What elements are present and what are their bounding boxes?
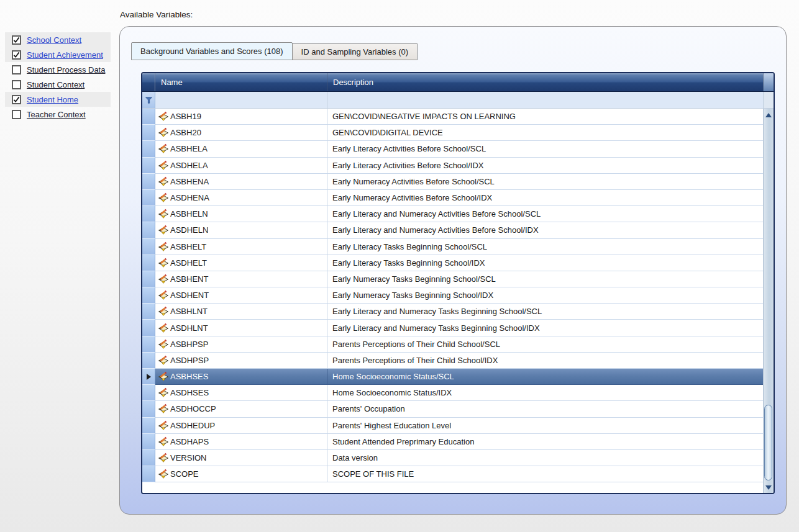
tab-background-variables-and-scores[interactable]: Background Variables and Scores (108) <box>131 42 293 60</box>
variable-description-cell[interactable]: Parents' Highest Education Level <box>327 418 763 434</box>
filter-button[interactable] <box>142 92 155 108</box>
variable-description-cell[interactable]: Student Attended Preprimary Education <box>327 434 763 450</box>
variable-name-cell[interactable]: ASBHELN <box>155 206 327 222</box>
table-row[interactable]: ASDHLNTEarly Literacy and Numeracy Tasks… <box>142 320 763 336</box>
scroll-thumb[interactable] <box>764 405 772 480</box>
variable-description-cell[interactable]: Early Literacy Tasks Beginning School/SC… <box>327 239 763 255</box>
variable-description-cell[interactable]: Early Literacy Activities Before School/… <box>327 158 763 174</box>
table-row[interactable]: ASDHOCCPParents' Occupation <box>142 401 763 417</box>
category-checkbox[interactable] <box>12 65 21 74</box>
variable-description-cell[interactable]: Early Literacy and Numeracy Activities B… <box>327 222 763 238</box>
table-row[interactable]: ASBHPSPParents Perceptions of Their Chil… <box>142 336 763 353</box>
variable-name: ASDHELN <box>170 225 208 235</box>
variable-name-cell[interactable]: ASDHENA <box>155 190 327 206</box>
sidebar-item-student-home[interactable]: Student Home <box>5 92 111 107</box>
category-link[interactable]: Student Home <box>27 95 78 104</box>
table-row[interactable]: ASDHELNEarly Literacy and Numeracy Activ… <box>142 222 763 238</box>
table-row[interactable]: ASBHELAEarly Literacy Activities Before … <box>142 141 763 157</box>
variable-description-cell[interactable]: Early Numeracy Tasks Beginning School/ID… <box>327 287 763 304</box>
table-row[interactable]: ASBHLNTEarly Literacy and Numeracy Tasks… <box>142 304 763 320</box>
vertical-scrollbar[interactable] <box>763 109 774 493</box>
table-row[interactable]: ASDHAPSStudent Attended Preprimary Educa… <box>142 434 763 450</box>
variable-name-cell[interactable]: ASBHLNT <box>155 304 327 320</box>
variable-name-cell[interactable]: ASDHPSP <box>155 353 327 369</box>
variable-name-cell[interactable]: ASBHPSP <box>155 336 327 353</box>
sidebar-item-student-achievement[interactable]: Student Achievement <box>5 47 111 62</box>
category-checkbox[interactable] <box>12 80 21 89</box>
variable-description-cell[interactable]: Early Numeracy Activities Before School/… <box>327 174 763 190</box>
variable-description-cell[interactable]: Early Literacy Activities Before School/… <box>327 141 763 157</box>
sidebar-item-teacher-context[interactable]: Teacher Context <box>5 107 111 122</box>
variable-name-cell[interactable]: ASDHAPS <box>155 434 327 450</box>
table-row[interactable]: ASBHELNEarly Literacy and Numeracy Activ… <box>142 206 763 222</box>
scroll-up-icon[interactable] <box>765 113 772 117</box>
table-row[interactable]: ASBHELTEarly Literacy Tasks Beginning Sc… <box>142 239 763 255</box>
variable-name-cell[interactable]: ASBHELA <box>155 141 327 157</box>
table-row[interactable]: ASBH20GEN\COVID\DIGITAL DEVICE <box>142 125 763 141</box>
variable-description-cell[interactable]: Parents Perceptions of Their Child Schoo… <box>327 353 763 369</box>
variable-name-cell[interactable]: ASDHELN <box>155 222 327 238</box>
variable-name-cell[interactable]: ASDHSES <box>155 385 327 401</box>
category-link[interactable]: School Context <box>27 35 81 45</box>
table-row[interactable]: VERSIONData version <box>142 450 763 466</box>
table-row[interactable]: SCOPESCOPE OF THIS FILE <box>142 466 763 482</box>
table-row[interactable]: ASBH19GEN\COVID\NEGATIVE IMPACTS ON LEAR… <box>142 109 763 125</box>
table-row[interactable]: ASDHENTEarly Numeracy Tasks Beginning Sc… <box>142 287 763 304</box>
scroll-down-icon[interactable] <box>765 485 772 490</box>
category-checkbox[interactable] <box>12 50 21 60</box>
variable-name-cell[interactable]: ASDHLNT <box>155 320 327 336</box>
table-row[interactable]: ASBHENTEarly Numeracy Tasks Beginning Sc… <box>142 271 763 287</box>
variable-name-cell[interactable]: ASDHELA <box>155 158 327 174</box>
variable-description-cell[interactable]: Early Numeracy Tasks Beginning School/SC… <box>327 271 763 287</box>
variable-description-cell[interactable]: Early Literacy Tasks Beginning School/ID… <box>327 255 763 271</box>
category-link[interactable]: Student Process Data <box>27 65 105 74</box>
variable-name-cell[interactable]: ASBHENT <box>155 271 327 287</box>
variable-name-cell[interactable]: ASBH20 <box>155 125 327 141</box>
filter-input-name[interactable] <box>155 92 327 108</box>
table-row[interactable]: ASDHPSPParents Perceptions of Their Chil… <box>142 353 763 369</box>
variable-name-cell[interactable]: ASBH19 <box>155 109 327 125</box>
variable-description-cell[interactable]: Parents Perceptions of Their Child Schoo… <box>327 336 763 353</box>
category-checkbox[interactable] <box>12 35 21 45</box>
variable-name-cell[interactable]: ASBHENA <box>155 174 327 190</box>
category-link[interactable]: Student Context <box>27 80 84 89</box>
table-row[interactable]: ASDHELTEarly Literacy Tasks Beginning Sc… <box>142 255 763 271</box>
category-link[interactable]: Student Achievement <box>27 50 103 60</box>
variable-description-cell[interactable]: GEN\COVID\DIGITAL DEVICE <box>327 125 763 141</box>
table-row[interactable]: ASBHSESHome Socioeconomic Status/SCL <box>142 369 763 385</box>
variable-description-cell[interactable]: SCOPE OF THIS FILE <box>327 466 763 482</box>
column-header-name[interactable]: Name <box>155 73 327 91</box>
variable-description-cell[interactable]: Early Literacy and Numeracy Tasks Beginn… <box>327 304 763 320</box>
variable-name-cell[interactable]: ASDHENT <box>155 287 327 304</box>
sidebar-item-school-context[interactable]: School Context <box>5 32 111 47</box>
variable-description-cell[interactable]: Early Literacy and Numeracy Tasks Beginn… <box>327 320 763 336</box>
category-link[interactable]: Teacher Context <box>27 110 86 119</box>
variable-description-cell[interactable]: Home Socioeconomic Status/IDX <box>327 385 763 401</box>
variable-description-cell[interactable]: Data version <box>327 450 763 466</box>
table-row[interactable]: ASBHENAEarly Numeracy Activities Before … <box>142 174 763 190</box>
table-row[interactable]: ASDHELAEarly Literacy Activities Before … <box>142 158 763 174</box>
variable-name-cell[interactable]: SCOPE <box>155 466 327 482</box>
table-row[interactable]: ASDHEDUPParents' Highest Education Level <box>142 418 763 434</box>
column-header-description[interactable]: Description <box>327 73 763 91</box>
variable-description-cell[interactable]: Home Socioeconomic Status/SCL <box>327 369 763 385</box>
variable-name-cell[interactable]: ASDHOCCP <box>155 401 327 417</box>
variable-name-cell[interactable]: ASBHELT <box>155 239 327 255</box>
filter-input-description[interactable] <box>327 92 763 108</box>
table-row[interactable]: ASDHSESHome Socioeconomic Status/IDX <box>142 385 763 401</box>
variable-description-cell[interactable]: Early Numeracy Activities Before School/… <box>327 190 763 206</box>
sidebar-item-student-process-data[interactable]: Student Process Data <box>5 62 111 77</box>
category-checkbox[interactable] <box>12 95 21 104</box>
table-row[interactable]: ASDHENAEarly Numeracy Activities Before … <box>142 190 763 206</box>
variable-name-cell[interactable]: ASBHSES <box>155 369 327 385</box>
tab-id-and-sampling-variables[interactable]: ID and Sampling Variables (0) <box>292 43 418 60</box>
variable-description-cell[interactable]: Early Literacy and Numeracy Activities B… <box>327 206 763 222</box>
sidebar-item-student-context[interactable]: Student Context <box>5 77 111 92</box>
variable-description-cell[interactable]: GEN\COVID\NEGATIVE IMPACTS ON LEARNING <box>327 109 763 125</box>
variable-description-cell[interactable]: Parents' Occupation <box>327 401 763 417</box>
variable-icon <box>158 192 169 203</box>
variable-name-cell[interactable]: ASDHEDUP <box>155 418 327 434</box>
variable-name-cell[interactable]: VERSION <box>155 450 327 466</box>
variable-name-cell[interactable]: ASDHELT <box>155 255 327 271</box>
category-checkbox[interactable] <box>12 110 21 119</box>
